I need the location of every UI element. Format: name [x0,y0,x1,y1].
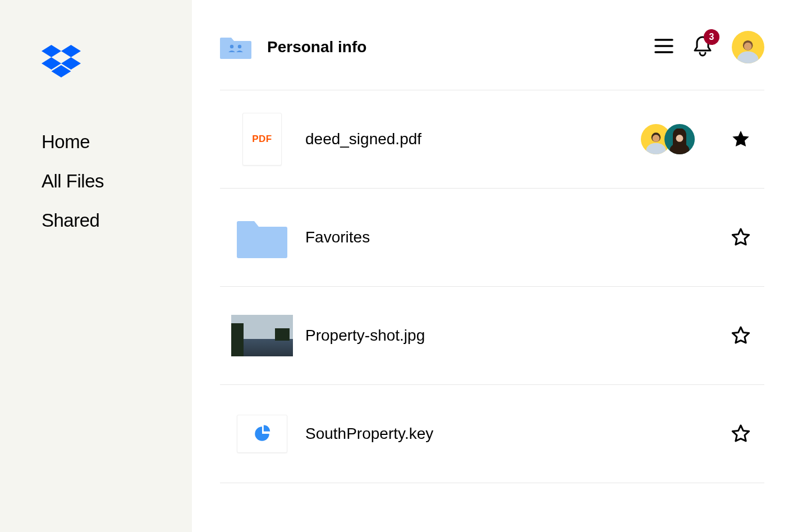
header-right: 3 [654,31,764,63]
file-name-label: Favorites [305,228,695,246]
file-thumbnail: PDF [231,113,293,166]
shared-folder-icon [220,33,251,61]
image-thumbnail-icon [231,315,293,356]
user-avatar[interactable] [732,31,764,63]
file-name-label: SouthProperty.key [305,425,695,443]
file-row-deed-signed[interactable]: PDF deed_signed.pdf [220,90,764,189]
star-outline-icon [731,424,751,444]
star-button[interactable] [728,225,753,250]
sidebar-item-shared[interactable]: Shared [42,210,181,231]
svg-point-14 [676,135,684,142]
star-button[interactable] [728,421,753,446]
file-thumbnail [231,309,293,362]
star-filled-icon [731,129,751,149]
sidebar-item-all-files[interactable]: All Files [42,171,181,192]
file-name-label: Property-shot.jpg [305,327,695,345]
svg-marker-1 [61,45,81,57]
svg-point-6 [238,45,241,48]
shared-avatar-2 [664,124,695,154]
star-button[interactable] [728,127,753,152]
folder-icon [236,217,288,258]
menu-icon[interactable] [654,38,673,56]
svg-point-11 [744,43,752,51]
pdf-icon: PDF [242,113,282,166]
header-left: Personal info [220,33,366,61]
svg-marker-0 [42,45,61,57]
shared-with-avatars[interactable] [641,124,695,154]
person-icon [734,36,762,63]
svg-point-13 [653,135,660,142]
notification-badge: 3 [704,29,719,45]
header: Personal info 3 [220,31,764,63]
star-button[interactable] [728,323,753,348]
file-thumbnail [231,211,293,264]
person-icon [667,129,692,154]
file-row-favorites[interactable]: Favorites [220,188,764,287]
file-name-label: deed_signed.pdf [305,130,641,148]
sidebar-item-home[interactable]: Home [42,131,181,153]
star-outline-icon [731,227,751,247]
file-list: PDF deed_signed.pdf [220,90,764,483]
folder-title: Personal info [267,38,366,56]
file-row-property-shot[interactable]: Property-shot.jpg [220,286,764,385]
svg-point-5 [230,45,233,48]
notification-bell[interactable]: 3 [692,35,713,59]
file-thumbnail [231,407,293,460]
file-row-south-property[interactable]: SouthProperty.key [220,384,764,483]
dropbox-logo[interactable] [42,45,181,81]
sidebar: Home All Files Shared [0,0,192,532]
star-outline-icon [731,325,751,346]
main-content: Personal info 3 [192,0,798,532]
presentation-icon [237,415,287,453]
